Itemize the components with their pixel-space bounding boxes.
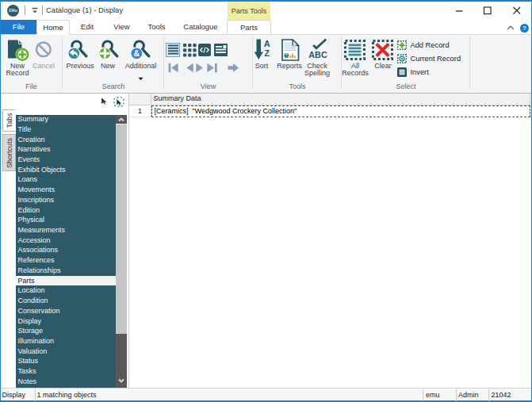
svg-text:ABC: ABC — [308, 50, 327, 59]
svg-text:A: A — [263, 39, 270, 48]
svg-text:Z: Z — [264, 48, 270, 58]
svg-text:&: & — [133, 48, 140, 58]
